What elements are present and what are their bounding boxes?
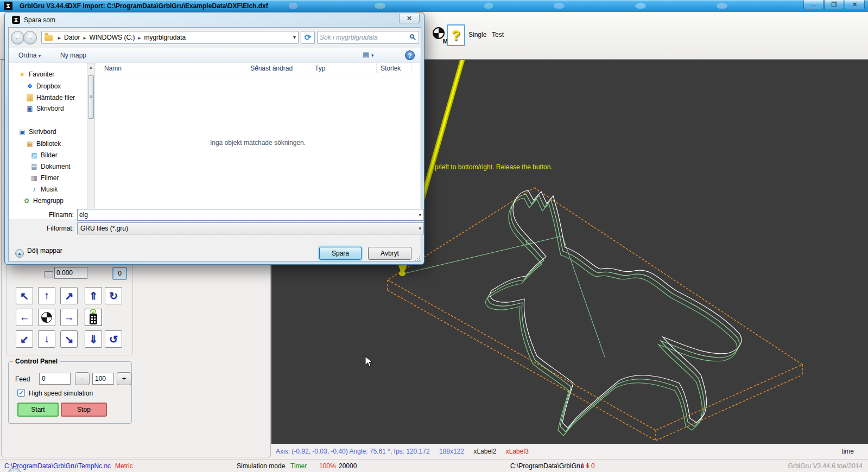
sidebar-item-label: Bilder [41, 151, 58, 159]
column-header-name[interactable]: Namn [104, 65, 122, 72]
filename-input[interactable] [79, 211, 405, 219]
close-button[interactable]: ✕ [845, 0, 865, 10]
refresh-button[interactable]: ⟳ [301, 31, 315, 44]
search-icon [410, 34, 414, 39]
breadcrumb[interactable]: ▸ Dator ▸ WINDOWS (C:) ▸ mygrblgrudata ▾ [41, 31, 299, 44]
dialog-close-button[interactable]: ✕ [399, 14, 420, 23]
feed-input[interactable] [39, 373, 71, 385]
t-value-label: t = 0 [582, 462, 595, 470]
jog-z-down-button[interactable]: ⇓ [85, 330, 102, 348]
organize-button[interactable]: Ordna ▾ [18, 52, 41, 59]
xlabel2-status: xLabel2 [473, 448, 496, 455]
jog-right-button[interactable]: → [60, 309, 78, 326]
search-input[interactable] [320, 33, 407, 42]
test-mode-label[interactable]: Test [492, 31, 504, 39]
resize-grip[interactable] [417, 258, 418, 259]
breadcrumb-dropdown-icon[interactable]: ▾ [293, 34, 296, 40]
dialog-title: Spara som [24, 16, 55, 24]
highspeed-label: High speed simulation [29, 390, 93, 397]
jog-home-button[interactable] [38, 309, 55, 326]
version-label: GrblGru V3.44.6 toe/2014 [788, 462, 863, 470]
sidebar-item-skrivbord[interactable]: Skrivbord [18, 128, 56, 138]
feed-plus-button[interactable]: + [117, 372, 131, 385]
help-tool-button[interactable]: ? [447, 24, 465, 46]
window-titlebar: GrblGru V3.44.6 DXF Import: C:\ProgramDa… [0, 0, 868, 12]
breadcrumb-folder[interactable]: mygrblgrudata [144, 34, 186, 41]
jog-up-right-button[interactable]: ↗ [60, 287, 78, 304]
desktop-icon [18, 128, 27, 136]
empty-list-message: Inga objekt matchade sökningen. [96, 139, 420, 146]
jog-left-button[interactable]: ← [16, 309, 33, 326]
column-separator [376, 63, 377, 73]
sidebar-item-favoriter[interactable]: Favoriter [18, 71, 54, 80]
sidebar-item-label: Musik [41, 186, 58, 193]
keypad-icon [91, 315, 96, 323]
breadcrumb-drive[interactable]: WINDOWS (C:) [89, 34, 135, 41]
sidebar-item-hamtade-filer[interactable]: Hämtade filer [26, 94, 75, 104]
jog-z-up-button[interactable]: ⇑ [85, 287, 102, 304]
forward-button[interactable]: → [23, 31, 37, 44]
sidebar-item-skrivbord-favorit[interactable]: Skrivbord [26, 105, 64, 114]
sidebar-item-bilder[interactable]: Bilder [30, 151, 58, 161]
sidebar-item-label: Skrivbord [29, 128, 56, 136]
start-button[interactable]: Start [17, 403, 59, 417]
remote-control-button[interactable] [85, 309, 102, 326]
size-status: 188x122 [439, 448, 464, 455]
zero-button[interactable]: 0 [112, 267, 127, 280]
minimize-button[interactable]: ─ [803, 0, 823, 10]
wifi-arc-small-icon [92, 311, 94, 314]
dialog-app-icon [12, 16, 20, 24]
sidebar-item-musik[interactable]: Musik [30, 186, 58, 195]
scroll-up-icon[interactable]: ▲ [87, 63, 94, 72]
column-header-type[interactable]: Typ [315, 65, 325, 72]
highspeed-checkbox[interactable]: ✓ [17, 389, 25, 397]
mode-label: Simulation mode [237, 462, 285, 470]
jog-down-button[interactable]: ↓ [38, 330, 55, 348]
filetype-select[interactable]: GRU files (*.gru) ▾ [77, 222, 424, 234]
views-button[interactable]: ▤ ▾ [363, 50, 381, 61]
sidebar-item-filmer[interactable]: Filmer [30, 174, 59, 184]
step-mini-button[interactable] [44, 271, 53, 278]
jog-rotate-ccw-button[interactable]: ↺ [105, 330, 122, 348]
column-separator [411, 63, 411, 73]
maximize-button[interactable]: ❐ [824, 0, 844, 10]
jog-up-button[interactable]: ↑ [38, 287, 55, 304]
sidebar-item-hemgrupp[interactable]: Hemgrupp [22, 197, 64, 207]
arrow-z-up-icon: ⇑ [89, 290, 98, 302]
downloads-folder-icon [26, 94, 34, 101]
chevron-down-icon[interactable]: ▾ [419, 212, 421, 218]
single-mode-label[interactable]: Single [468, 31, 486, 39]
breadcrumb-computer[interactable]: Dator [64, 34, 80, 41]
help-button[interactable]: ? [405, 50, 415, 60]
sidebar-scrollbar[interactable]: ▲ ▼ [87, 63, 95, 219]
pictures-icon [30, 151, 39, 159]
xlabel3-status: xLabel3 [506, 448, 529, 455]
sidebar-item-bibliotek[interactable]: Bibliotek [26, 140, 61, 150]
command-bar: Ordna ▾ Ny mapp ▤ ▾ ? [9, 47, 421, 62]
machine-zero-button[interactable]: M [432, 26, 448, 44]
jog-up-left-button[interactable]: ↖ [16, 287, 33, 304]
feed-rate-input[interactable] [92, 373, 114, 385]
scrollbar-thumb[interactable] [88, 75, 94, 119]
new-folder-button[interactable]: Ny mapp [60, 52, 86, 59]
dialog-caption[interactable]: Spara som ✕ [5, 12, 424, 27]
feed-minus-button[interactable]: - [75, 372, 90, 385]
views-icon: ▤ [363, 50, 369, 59]
stop-button[interactable]: Stop [61, 403, 107, 417]
sidebar-item-dokument[interactable]: Dokument [30, 163, 71, 173]
sidebar-item-label: Dropbox [36, 82, 61, 90]
jog-down-left-button[interactable]: ↙ [16, 330, 33, 348]
arrow-down-right-icon: ↘ [65, 333, 73, 346]
hide-folders-button[interactable]: ▲Dölj mappar [15, 247, 62, 257]
jog-down-right-button[interactable]: ↘ [60, 330, 78, 348]
viewport-statusbar: Axis: (-0.92, -0.03, -0.40) Angle: 75.61… [271, 444, 868, 459]
back-button[interactable]: ← [11, 31, 24, 44]
column-header-size[interactable]: Storlek [381, 65, 401, 72]
save-button[interactable]: Spara [319, 247, 362, 260]
cancel-button[interactable]: Avbryt [368, 247, 411, 260]
column-header-modified[interactable]: Senast ändrad [250, 65, 293, 72]
jog-rotate-cw-button[interactable]: ↻ [105, 287, 122, 304]
sidebar-item-dropbox[interactable]: Dropbox [26, 82, 61, 92]
position-input[interactable] [54, 267, 87, 279]
close-icon: ✕ [407, 15, 412, 22]
